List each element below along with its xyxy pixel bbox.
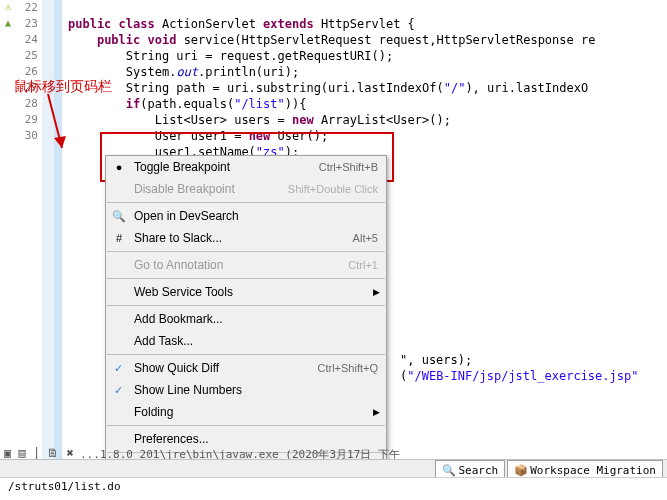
menu-item-open-in-devsearch[interactable]: 🔍Open in DevSearch bbox=[106, 205, 386, 227]
menu-shortcut: Ctrl+Shift+Q bbox=[317, 362, 378, 374]
submenu-arrow-icon: ▶ bbox=[373, 287, 380, 297]
check-icon: ✓ bbox=[114, 384, 123, 397]
menu-item-show-quick-diff[interactable]: ✓Show Quick DiffCtrl+Shift+Q bbox=[106, 357, 386, 379]
menu-item-disable-breakpoint: Disable BreakpointShift+Double Click bbox=[106, 178, 386, 200]
code-line: String uri = request.getRequestURI(); bbox=[68, 49, 393, 63]
bottom-toolbar-icons[interactable]: ▣ ▤ | 🗎 ✖ bbox=[4, 446, 74, 460]
menu-item-share-to-slack[interactable]: #Share to Slack...Alt+5 bbox=[106, 227, 386, 249]
menu-item-label: Add Task... bbox=[134, 334, 378, 348]
code-fragment: ", users); bbox=[400, 352, 667, 368]
menu-item-add-bookmark[interactable]: Add Bookmark... bbox=[106, 308, 386, 330]
code-area[interactable]: public class ActionServlet extends HttpS… bbox=[68, 0, 667, 176]
code-line: public void service(HttpServletRequest r… bbox=[68, 33, 595, 47]
line-number: 26 bbox=[0, 64, 42, 80]
menu-item-label: Disable Breakpoint bbox=[134, 182, 288, 196]
menu-item-label: Show Quick Diff bbox=[134, 361, 317, 375]
code-line: String path = uri.substring(uri.lastInde… bbox=[68, 81, 588, 95]
menu-shortcut: Alt+5 bbox=[353, 232, 378, 244]
menu-item-label: Go to Annotation bbox=[134, 258, 348, 272]
gutter-context-menu: ●Toggle BreakpointCtrl+Shift+BDisable Br… bbox=[105, 155, 387, 478]
menu-item-label: Add Bookmark... bbox=[134, 312, 378, 326]
code-editor: 22 23 24 25 26 27 28 29 30 ⚠ ▲ public cl… bbox=[0, 0, 667, 500]
menu-shortcut: Shift+Double Click bbox=[288, 183, 378, 195]
menu-item-toggle-breakpoint[interactable]: ●Toggle BreakpointCtrl+Shift+B bbox=[106, 156, 386, 178]
menu-item-show-line-numbers[interactable]: ✓Show Line Numbers bbox=[106, 379, 386, 401]
code-line: System.out.println(uri); bbox=[68, 65, 299, 79]
line-number: 30 bbox=[0, 128, 42, 144]
menu-icon: ● bbox=[112, 160, 126, 174]
menu-shortcut: Ctrl+Shift+B bbox=[319, 161, 378, 173]
code-line: List<User> users = new ArrayList<User>()… bbox=[68, 113, 451, 127]
line-number: 25 bbox=[0, 48, 42, 64]
line-number-gutter[interactable]: 22 23 24 25 26 27 28 29 30 ⚠ ▲ bbox=[0, 0, 54, 460]
line-number: 28 bbox=[0, 96, 42, 112]
submenu-arrow-icon: ▶ bbox=[373, 407, 380, 417]
menu-icon: 🔍 bbox=[112, 209, 126, 223]
menu-shortcut: Ctrl+1 bbox=[348, 259, 378, 271]
menu-item-label: Web Service Tools bbox=[134, 285, 378, 299]
breakpoint-strip[interactable] bbox=[54, 0, 62, 460]
menu-item-web-service-tools[interactable]: Web Service Tools▶ bbox=[106, 281, 386, 303]
check-icon: ✓ bbox=[114, 362, 123, 375]
warning-icon: ⚠ bbox=[2, 1, 14, 13]
code-line: if(path.equals("/list")){ bbox=[68, 97, 306, 111]
override-icon: ▲ bbox=[2, 17, 14, 29]
status-bar: /struts01/list.do bbox=[0, 477, 667, 500]
menu-item-label: Share to Slack... bbox=[134, 231, 353, 245]
menu-item-label: Open in DevSearch bbox=[134, 209, 378, 223]
code-line: public class ActionServlet extends HttpS… bbox=[68, 17, 415, 31]
menu-item-label: Show Line Numbers bbox=[134, 383, 378, 397]
menu-item-go-to-annotation: Go to AnnotationCtrl+1 bbox=[106, 254, 386, 276]
menu-item-label: Folding bbox=[134, 405, 378, 419]
line-number: 29 bbox=[0, 112, 42, 128]
menu-item-label: Toggle Breakpoint bbox=[134, 160, 319, 174]
menu-item-add-task[interactable]: Add Task... bbox=[106, 330, 386, 352]
line-number: 24 bbox=[0, 32, 42, 48]
menu-icon: # bbox=[112, 231, 126, 245]
line-number: 27 bbox=[0, 80, 42, 96]
menu-item-label: Preferences... bbox=[134, 432, 378, 446]
code-line: User user1 = new User(); bbox=[68, 129, 328, 143]
menu-item-folding[interactable]: Folding▶ bbox=[106, 401, 386, 423]
code-fragment: ("/WEB-INF/jsp/jstl_exercise.jsp" bbox=[400, 368, 667, 384]
